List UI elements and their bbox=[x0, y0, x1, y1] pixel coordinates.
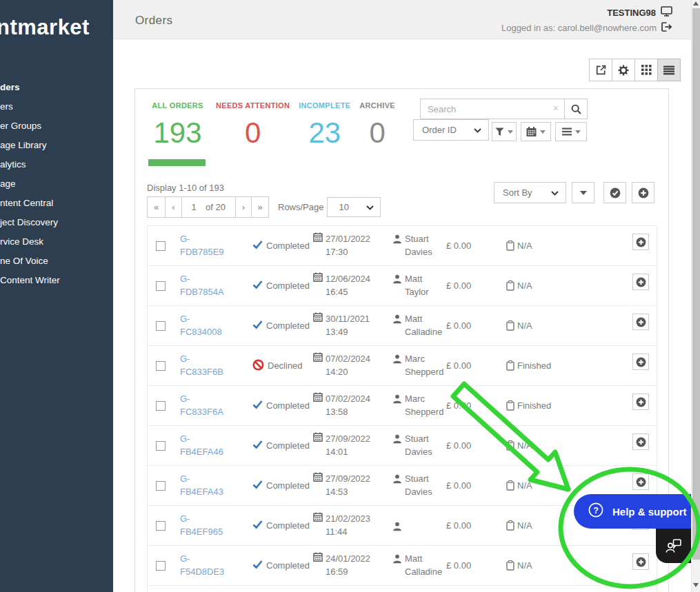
plus-circle-icon bbox=[636, 477, 646, 487]
row-add-button[interactable] bbox=[632, 473, 649, 490]
first-page-button[interactable]: « bbox=[147, 196, 166, 218]
sidebar-item-er-groups[interactable]: er Groups bbox=[0, 119, 113, 138]
grid-view-button[interactable] bbox=[634, 59, 658, 81]
person-icon bbox=[392, 554, 402, 564]
clipboard-icon bbox=[506, 560, 514, 571]
tab-archive[interactable]: ARCHIVE 0 bbox=[359, 101, 395, 166]
row-add-button[interactable] bbox=[632, 433, 649, 450]
page-number-box[interactable]: 1 of 20 bbox=[181, 196, 236, 218]
sidebar-item-content-writer[interactable]: Content Writer bbox=[0, 273, 113, 292]
order-id-link[interactable]: G-FC833F6A bbox=[180, 393, 242, 419]
page-total-text: of 20 bbox=[206, 202, 226, 212]
row-checkbox[interactable] bbox=[156, 441, 166, 451]
order-status: Completed bbox=[252, 320, 310, 331]
person-icon bbox=[392, 394, 402, 404]
order-id-link[interactable]: G-FB4EFA43 bbox=[180, 473, 242, 499]
logout-icon[interactable] bbox=[661, 22, 672, 34]
calendar-small-icon bbox=[313, 312, 323, 326]
row-checkbox[interactable] bbox=[156, 401, 166, 411]
sort-by-select[interactable]: Sort By bbox=[494, 182, 566, 203]
last-page-button[interactable]: » bbox=[251, 196, 269, 218]
prev-page-button[interactable]: ‹ bbox=[165, 196, 182, 218]
row-add-button[interactable] bbox=[632, 314, 649, 330]
scrollbar-thumb[interactable] bbox=[692, 8, 700, 560]
order-row: G-FC834008 Completed 30/11/2021 13:49 Ma… bbox=[148, 306, 657, 346]
search-button[interactable] bbox=[564, 99, 588, 119]
order-id-link[interactable]: G-F54D8DE3 bbox=[180, 553, 242, 579]
order-user: Matt Calladine bbox=[392, 553, 441, 579]
vertical-scrollbar bbox=[691, 0, 700, 592]
order-id-link[interactable]: G-FB4EFA46 bbox=[180, 433, 242, 459]
sidebar-item-ntent-central[interactable]: ntent Central bbox=[0, 196, 113, 215]
current-page-input[interactable]: 1 bbox=[182, 202, 206, 212]
order-status: Completed bbox=[252, 440, 310, 451]
plus-circle-icon bbox=[636, 357, 646, 367]
clipboard-icon bbox=[506, 280, 514, 291]
tab-all-orders[interactable]: ALL ORDERS 193 bbox=[148, 101, 207, 166]
row-checkbox[interactable] bbox=[156, 521, 166, 531]
next-page-button[interactable]: › bbox=[235, 196, 252, 218]
row-add-button[interactable] bbox=[632, 354, 649, 370]
tab-incomplete[interactable]: INCOMPLETE 23 bbox=[299, 101, 350, 166]
sidebar-item-age-library[interactable]: age Library bbox=[0, 138, 113, 157]
row-add-button[interactable] bbox=[632, 553, 649, 570]
order-id-link[interactable]: G-FC834008 bbox=[180, 313, 242, 339]
add-order-button[interactable] bbox=[632, 182, 654, 203]
date-filter-button[interactable] bbox=[521, 122, 551, 141]
order-id-link[interactable]: G-FDB7854A bbox=[180, 273, 242, 299]
app-logo[interactable]: ntmarket bbox=[0, 15, 90, 40]
row-add-button[interactable] bbox=[632, 234, 649, 250]
row-checkbox[interactable] bbox=[156, 481, 166, 491]
order-user: Stuart Davies bbox=[392, 233, 441, 259]
logged-in-text: Logged in as: carol.bell@nowhere.com bbox=[501, 23, 657, 33]
scrollbar-up-arrow[interactable] bbox=[693, 1, 699, 6]
archive-count: 0 bbox=[359, 116, 395, 150]
order-tag: N/A bbox=[506, 520, 558, 531]
order-date: 27/09/2022 14:01 bbox=[313, 432, 377, 459]
sort-direction-button[interactable] bbox=[572, 182, 594, 203]
row-checkbox[interactable] bbox=[156, 321, 166, 331]
order-id-link[interactable]: G-FDB785E9 bbox=[180, 233, 242, 259]
tab-needs-attention[interactable]: NEEDS ATTENTION 0 bbox=[216, 101, 290, 166]
person-chat-icon bbox=[665, 538, 683, 554]
sidebar-item-ders[interactable]: ders bbox=[0, 80, 113, 99]
search-input[interactable] bbox=[420, 99, 565, 119]
calendar-small-icon bbox=[313, 392, 323, 406]
scrollbar-down-arrow[interactable] bbox=[693, 583, 699, 587]
list-options-button[interactable] bbox=[555, 122, 587, 141]
sidebar-item-age[interactable]: age bbox=[0, 176, 113, 196]
rows-per-page-select[interactable]: 10 bbox=[327, 197, 381, 217]
row-checkbox[interactable] bbox=[156, 561, 166, 571]
list-view-button[interactable] bbox=[657, 59, 681, 81]
order-id-link[interactable]: G-FB4EF965 bbox=[180, 513, 242, 539]
help-support-button[interactable]: ? Help & support bbox=[574, 494, 691, 529]
check-icon bbox=[252, 440, 263, 451]
search-field-select[interactable]: Order ID bbox=[413, 119, 489, 141]
calendar-small-icon bbox=[313, 472, 323, 486]
sidebar-item-alytics[interactable]: alytics bbox=[0, 157, 113, 176]
row-checkbox[interactable] bbox=[156, 361, 166, 371]
order-tag: N/A bbox=[506, 440, 558, 451]
filter-dropdown-button[interactable] bbox=[492, 122, 517, 141]
row-add-button[interactable] bbox=[632, 274, 649, 290]
order-status: Completed bbox=[252, 280, 310, 292]
sidebar-item-ject-discovery[interactable]: ject Discovery bbox=[0, 215, 113, 234]
settings-button[interactable] bbox=[612, 59, 635, 81]
row-checkbox[interactable] bbox=[156, 281, 166, 291]
row-checkbox[interactable] bbox=[156, 241, 166, 251]
sidebar-item-ne-of-voice[interactable]: ne Of Voice bbox=[0, 254, 113, 273]
order-status: Completed bbox=[252, 240, 310, 252]
clear-search-icon[interactable]: × bbox=[553, 103, 559, 114]
order-date: 30/11/2021 13:49 bbox=[313, 312, 377, 339]
sidebar-item-rvice-desk[interactable]: rvice Desk bbox=[0, 234, 113, 254]
live-chat-button[interactable] bbox=[656, 529, 691, 563]
order-user: Marc Shepperd bbox=[392, 393, 441, 419]
select-all-button[interactable] bbox=[603, 182, 626, 203]
order-price: £ 0.00 bbox=[446, 560, 478, 571]
open-external-button[interactable] bbox=[589, 59, 612, 81]
order-id-link[interactable]: G-FC833F6B bbox=[180, 353, 242, 379]
row-add-button[interactable] bbox=[632, 394, 649, 410]
sidebar-item-ers[interactable]: ers bbox=[0, 99, 113, 119]
check-icon bbox=[252, 560, 263, 571]
monitor-icon bbox=[661, 6, 672, 19]
